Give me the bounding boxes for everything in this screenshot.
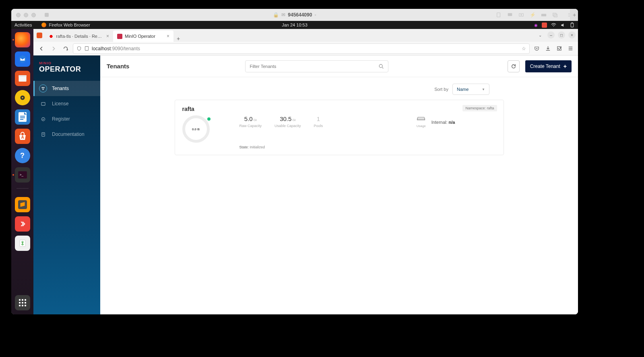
- mail-icon: ✉: [281, 12, 285, 18]
- minimize-dot[interactable]: [24, 13, 28, 17]
- register-icon: [39, 115, 47, 123]
- close-dot[interactable]: [16, 13, 21, 17]
- ubuntu-topbar: Activities Firefox Web Browser Jan 24 10…: [11, 21, 578, 29]
- stat-value: 5.0: [244, 115, 253, 122]
- tab-overflow-chevron[interactable]: ⌄: [539, 33, 542, 37]
- activities-button[interactable]: Activities: [14, 23, 32, 27]
- back-button[interactable]: [37, 44, 46, 53]
- record-icon[interactable]: [518, 12, 524, 18]
- dock-files[interactable]: [15, 71, 30, 86]
- firefox-home-icon[interactable]: [37, 33, 42, 38]
- svg-point-26: [42, 87, 43, 88]
- dock-ubuntu-software[interactable]: A: [15, 129, 30, 144]
- minio-content: Sort by Name ▼ rafta Namespace: rafta: [100, 77, 578, 314]
- search-icon: [378, 64, 384, 69]
- tenant-namespace-badge: Namespace: rafta: [462, 105, 497, 111]
- dock-help[interactable]: ?: [15, 148, 30, 163]
- dock-firefox[interactable]: [15, 32, 30, 47]
- search-input[interactable]: [250, 64, 378, 69]
- info-icon[interactable]: [84, 46, 89, 51]
- bolt-icon[interactable]: ⚡: [530, 12, 535, 18]
- windows-icon[interactable]: [552, 12, 558, 18]
- svg-point-9: [19, 55, 26, 63]
- svg-point-30: [41, 117, 45, 121]
- dock-divider: [17, 188, 29, 191]
- tab-minio-operator[interactable]: MinIO Operator ×: [113, 31, 173, 42]
- sort-row: Sort by Name ▼: [107, 84, 572, 95]
- svg-rect-25: [85, 47, 88, 51]
- filter-tenants-search[interactable]: [245, 60, 388, 72]
- minio-main: Tenants Create Ten: [100, 55, 578, 314]
- title-number: 945644090: [288, 12, 312, 18]
- svg-rect-0: [497, 13, 500, 17]
- svg-rect-11: [19, 75, 26, 77]
- downloads-icon[interactable]: [543, 44, 552, 53]
- svg-text:>_: >_: [19, 173, 23, 176]
- stat-usable-capacity: 30.5Gi Usable Capacity: [275, 115, 301, 128]
- mac-titlebar-right: ⚡: [496, 12, 573, 18]
- zoom-dot[interactable]: [31, 13, 36, 17]
- dock-terminal[interactable]: >_: [15, 167, 30, 183]
- dock-anydesk[interactable]: [15, 216, 30, 232]
- clock[interactable]: Jan 24 10:53: [282, 23, 308, 27]
- nav-tenants[interactable]: Tenants: [33, 81, 100, 96]
- dock-sublime-text[interactable]: [15, 197, 30, 212]
- pocket-icon[interactable]: [532, 44, 541, 53]
- stat-raw-capacity: 5.0Gi Raw Capacity: [239, 115, 262, 128]
- window-minimize[interactable]: –: [547, 31, 555, 39]
- nav-documentation[interactable]: Documentation: [33, 127, 100, 142]
- hamburger-menu-icon[interactable]: [566, 44, 575, 53]
- tab-close-icon[interactable]: ×: [106, 33, 109, 39]
- dock-trash[interactable]: [15, 236, 30, 251]
- forward-button[interactable]: [49, 44, 58, 53]
- volume-icon[interactable]: [560, 23, 566, 28]
- traffic-lights: [16, 13, 36, 17]
- mac-add-tab[interactable]: +: [570, 9, 578, 21]
- doc-icon[interactable]: [496, 12, 502, 18]
- title-icon: ▫: [314, 12, 316, 18]
- address-bar[interactable]: localhost:9090/tenants ☆: [73, 43, 530, 54]
- tray-indicator-icon[interactable]: ◉: [534, 23, 538, 27]
- new-tab-button[interactable]: +: [173, 35, 183, 42]
- nav-label: License: [52, 101, 68, 107]
- minio-icon: [117, 34, 122, 39]
- tray-app-icon[interactable]: [542, 23, 547, 28]
- ubuntu-topbar-left: Activities Firefox Web Browser: [14, 23, 90, 27]
- tab-close-icon[interactable]: ×: [167, 33, 169, 39]
- nav-label: Tenants: [52, 86, 69, 91]
- state-value: Initialized: [250, 145, 265, 149]
- create-tenant-button[interactable]: Create Tenant +: [525, 60, 572, 72]
- firefox-tabbar: rafta-tls · Details · Red Ha × MinIO Ope…: [33, 29, 578, 42]
- bookmark-star-icon[interactable]: ☆: [522, 46, 526, 51]
- extensions-icon[interactable]: [555, 44, 564, 53]
- shield-icon[interactable]: [76, 46, 82, 51]
- svg-rect-17: [20, 117, 25, 118]
- window-maximize[interactable]: □: [558, 31, 565, 39]
- svg-rect-8: [572, 23, 573, 23]
- window-close[interactable]: ×: [568, 31, 576, 39]
- usage-gauge: 0.0 B: [182, 115, 210, 143]
- plus-icon: +: [564, 63, 567, 70]
- create-tenant-label: Create Tenant: [530, 64, 560, 69]
- tab-rafta-tls[interactable]: rafta-tls · Details · Red Ha ×: [45, 31, 113, 42]
- refresh-button[interactable]: [508, 60, 520, 72]
- nav-register[interactable]: Register: [33, 111, 100, 127]
- active-app-indicator[interactable]: Firefox Web Browser: [41, 23, 90, 27]
- svg-rect-23: [18, 220, 27, 228]
- wifi-icon[interactable]: [551, 23, 556, 28]
- nav-license[interactable]: License: [33, 96, 100, 111]
- svg-rect-16: [20, 116, 25, 117]
- keyboard-icon[interactable]: [541, 12, 547, 18]
- dock-thunderbird[interactable]: [15, 51, 30, 67]
- svg-rect-18: [20, 119, 23, 120]
- battery-icon[interactable]: [570, 23, 575, 28]
- tenant-card[interactable]: rafta Namespace: rafta 0.0 B 5.0Gi: [175, 100, 504, 155]
- reload-button[interactable]: [61, 44, 70, 53]
- display-icon[interactable]: [507, 12, 513, 18]
- dock-libreoffice-writer[interactable]: [15, 109, 30, 125]
- tab-title: rafta-tls · Details · Red Ha: [56, 34, 104, 39]
- dock-show-apps[interactable]: [15, 295, 30, 310]
- sort-select[interactable]: Name ▼: [452, 84, 489, 95]
- lock-icon: 🔒: [273, 12, 279, 18]
- dock-rhythmbox[interactable]: [15, 90, 30, 105]
